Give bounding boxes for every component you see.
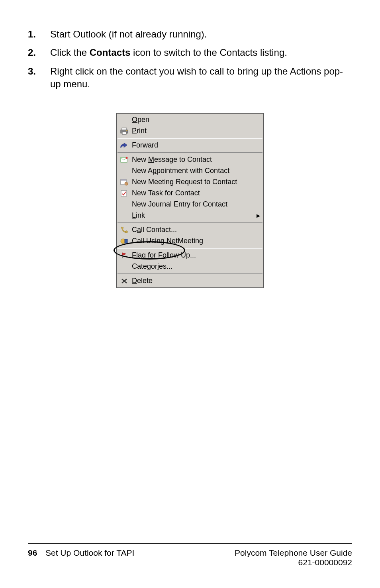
- phone-icon: [119, 226, 129, 234]
- footer-left: 96 Set Up Outlook for TAPI: [28, 548, 134, 567]
- menu-label: Link: [132, 211, 257, 220]
- menu-separator: [118, 248, 262, 249]
- task-icon: [119, 189, 129, 198]
- meeting-icon: [119, 178, 129, 187]
- menu-open[interactable]: Open: [117, 114, 263, 126]
- menu-delete[interactable]: Delete: [117, 275, 263, 287]
- submenu-arrow-icon: ▶: [257, 213, 260, 218]
- menu-print[interactable]: Print: [117, 126, 263, 137]
- step-number: 1.: [28, 28, 50, 41]
- step-prefix: Click the: [50, 47, 90, 58]
- message-icon: [119, 155, 129, 164]
- menu-new-meeting[interactable]: New Meeting Request to Contact: [117, 177, 263, 188]
- svg-point-5: [126, 157, 128, 159]
- step-text: Right click on the contact you wish to c…: [50, 65, 352, 91]
- menu-label: New Message to Contact: [132, 155, 260, 164]
- context-menu: Open Print Forward New Messag: [116, 113, 264, 288]
- menu-link[interactable]: Link ▶: [117, 210, 263, 221]
- menu-separator: [118, 222, 262, 223]
- menu-label: New Appointment with Contact: [132, 167, 260, 175]
- page-content: 1. Start Outlook (if not already running…: [0, 0, 380, 288]
- menu-new-appointment[interactable]: New Appointment with Contact: [117, 165, 263, 177]
- menu-separator: [118, 138, 262, 139]
- menu-label: New Meeting Request to Contact: [132, 178, 260, 186]
- step-suffix: icon to switch to the Contacts listing.: [130, 47, 287, 58]
- page-number: 96: [28, 548, 45, 567]
- menu-flag[interactable]: Flag for Follow Up...: [117, 250, 263, 261]
- menu-call-contact[interactable]: Call Contact...: [117, 224, 263, 236]
- menu-forward[interactable]: Forward: [117, 140, 263, 151]
- menu-separator: [118, 273, 262, 274]
- menu-label: Flag for Follow Up...: [132, 251, 260, 260]
- delete-icon: [119, 277, 129, 285]
- footer-doc-title: Polycom Telephone User Guide: [235, 548, 352, 558]
- svg-rect-7: [121, 179, 126, 181]
- menu-label: Print: [132, 127, 260, 135]
- blank-icon: [119, 262, 129, 271]
- menu-label: New Journal Entry for Contact: [132, 200, 260, 208]
- forward-icon: [119, 141, 129, 150]
- blank-icon: [119, 167, 129, 175]
- flag-icon: [119, 251, 129, 260]
- step-3: 3. Right click on the contact you wish t…: [28, 65, 352, 91]
- step-2: 2. Click the Contacts icon to switch to …: [28, 46, 352, 59]
- menu-label: Forward: [132, 141, 260, 149]
- netmeeting-icon: [119, 237, 129, 246]
- footer-section-title: Set Up Outlook for TAPI: [45, 548, 134, 567]
- menu-label: Categories...: [132, 262, 260, 271]
- menu-new-task[interactable]: New Task for Contact: [117, 188, 263, 199]
- blank-icon: [119, 211, 129, 220]
- step-number: 2.: [28, 46, 50, 59]
- footer-rule: [28, 543, 352, 544]
- footer-doc-number: 621-00000092: [235, 558, 352, 567]
- svg-rect-0: [122, 128, 127, 130]
- menu-call-netmeeting[interactable]: Call Using NetMeeting: [117, 236, 263, 247]
- step-number: 3.: [28, 65, 50, 91]
- footer-row: 96 Set Up Outlook for TAPI Polycom Telep…: [28, 548, 352, 567]
- footer-right: Polycom Telephone User Guide 621-0000009…: [235, 548, 352, 567]
- svg-point-8: [125, 182, 128, 185]
- page-footer: 96 Set Up Outlook for TAPI Polycom Telep…: [0, 543, 380, 567]
- svg-rect-9: [121, 191, 127, 196]
- menu-label: Open: [132, 116, 260, 124]
- svg-rect-3: [126, 130, 127, 131]
- blank-icon: [119, 116, 129, 124]
- step-text: Start Outlook (if not already running).: [50, 28, 352, 41]
- step-bold: Contacts: [90, 47, 131, 58]
- menu-separator: [118, 152, 262, 153]
- svg-rect-11: [125, 239, 127, 243]
- menu-new-message[interactable]: New Message to Contact: [117, 154, 263, 165]
- step-text: Click the Contacts icon to switch to the…: [50, 46, 352, 59]
- menu-label: Delete: [132, 277, 260, 285]
- printer-icon: [119, 127, 129, 136]
- menu-categories[interactable]: Categories...: [117, 261, 263, 272]
- context-menu-screenshot: Open Print Forward New Messag: [28, 113, 352, 288]
- menu-label: New Task for Contact: [132, 189, 260, 197]
- blank-icon: [119, 200, 129, 209]
- svg-rect-2: [122, 132, 126, 134]
- menu-label: Call Using NetMeeting: [132, 237, 260, 245]
- step-1: 1. Start Outlook (if not already running…: [28, 28, 352, 41]
- menu-label: Call Contact...: [132, 226, 260, 234]
- menu-new-journal[interactable]: New Journal Entry for Contact: [117, 199, 263, 210]
